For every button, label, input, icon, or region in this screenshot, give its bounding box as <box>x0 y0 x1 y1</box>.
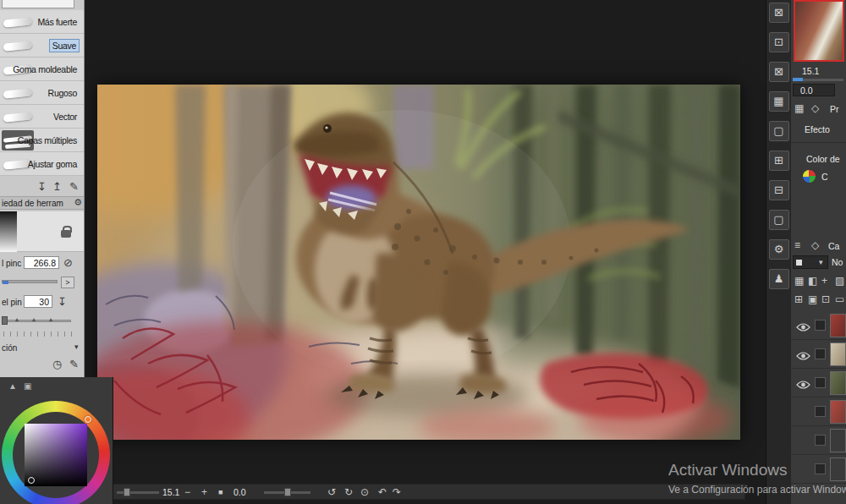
new-layer-icon[interactable]: ⊞ <box>794 294 803 304</box>
grid-icon[interactable]: ▦ <box>794 103 804 113</box>
undo-icon[interactable]: ↶ <box>378 485 387 499</box>
subtool-item[interactable]: Suave <box>0 34 85 58</box>
zoom-slider-handle[interactable] <box>124 488 130 496</box>
pen-settings-icon[interactable]: ✎ <box>69 359 79 370</box>
half-square-icon[interactable]: ◧ <box>808 276 817 286</box>
layer-checkbox[interactable] <box>815 320 826 331</box>
density-slider[interactable] <box>2 320 71 322</box>
mannequin-icon[interactable]: ♟ <box>769 269 789 289</box>
import-subtool-icon[interactable]: ↧ <box>37 181 47 192</box>
close-box2-icon[interactable]: ⊠ <box>769 62 789 82</box>
save-panel-icon[interactable]: ⊡ <box>769 32 789 52</box>
export-subtool-icon[interactable]: ↥ <box>52 181 62 192</box>
material-gear-icon[interactable]: ⚙ <box>769 239 789 260</box>
rotation-slider-handle[interactable] <box>284 488 291 496</box>
subtool-label: Vector <box>51 111 80 123</box>
mask-icon[interactable]: ▨ <box>835 276 844 286</box>
painting-canvas[interactable] <box>97 85 740 440</box>
layer-row[interactable] <box>791 340 846 369</box>
layer-row[interactable] <box>791 397 846 426</box>
subtool-item[interactable]: Ajustar goma <box>0 152 85 176</box>
layer-thumbnail[interactable] <box>830 429 846 452</box>
brush-size-slider[interactable] <box>2 280 58 283</box>
navigator-rotation-box[interactable]: 0.0 <box>793 84 835 96</box>
brush-size-slider-fill <box>3 281 8 284</box>
folder2-icon[interactable]: ▢ <box>769 210 789 230</box>
layer-checkbox[interactable] <box>815 435 826 446</box>
rotate-ccw-icon[interactable]: ↺ <box>327 485 336 499</box>
redo-icon[interactable]: ↷ <box>393 485 401 499</box>
rotate-cw-icon[interactable]: ↻ <box>344 485 353 499</box>
color-wheel-tab-icon[interactable]: ▲ <box>8 381 17 391</box>
blend-mode-dropdown[interactable]: ▾ <box>793 255 828 269</box>
color-pinwheel-icon[interactable] <box>803 170 816 183</box>
subtool-item[interactable]: Goma moldeable <box>0 58 85 81</box>
edit-subtool-icon[interactable]: ✎ <box>69 181 79 192</box>
export-panel-icon[interactable]: ⊟ <box>769 180 789 200</box>
hue-marker[interactable] <box>85 416 91 423</box>
density-slider-handle[interactable] <box>2 316 8 325</box>
layer-checkbox[interactable] <box>815 463 826 474</box>
app-window: 15.1 − + ■ 0.0 ↺ ↻ ⊙ ↶ ↷ Más fuerte Suav… <box>0 0 846 504</box>
menu-icon[interactable]: ≡ <box>794 240 800 250</box>
color-set-tab-icon[interactable]: ▣ <box>24 381 31 391</box>
layer-thumbnail[interactable] <box>830 457 846 481</box>
lock-icon[interactable] <box>61 230 71 238</box>
chevron-down-icon[interactable]: ▾ <box>74 343 79 351</box>
subtool-item-partial[interactable] <box>2 0 74 8</box>
slider-mark-icon: ▴ <box>49 315 52 323</box>
table-close-icon[interactable]: ⊞ <box>769 151 789 171</box>
subtool-item[interactable]: Capas múltiples <box>0 129 85 152</box>
halftone-grid-icon[interactable]: ▦ <box>769 91 789 112</box>
layer-checkbox[interactable] <box>815 377 826 388</box>
sv-marker[interactable] <box>28 477 35 484</box>
zoom-in-button[interactable]: + <box>201 485 207 499</box>
layer-checkbox[interactable] <box>815 406 826 417</box>
delete-layer-icon[interactable]: ▭ <box>835 294 844 304</box>
color-sv-square[interactable] <box>25 424 87 486</box>
eye-icon[interactable] <box>796 349 810 359</box>
density-tray-icon[interactable]: ↧ <box>58 296 67 307</box>
slider-mark-icon: ▴ <box>32 315 36 323</box>
wrench-icon[interactable]: ⚙ <box>74 198 82 207</box>
layer-thumbnail[interactable] <box>830 342 846 366</box>
eye-icon[interactable] <box>796 378 810 388</box>
layer-row[interactable] <box>791 311 846 340</box>
layer-row[interactable] <box>791 455 846 484</box>
reset-view-icon[interactable]: ⊙ <box>360 485 369 499</box>
rotation-value: 0.0 <box>233 487 246 497</box>
layer-checkbox[interactable] <box>815 348 826 359</box>
opacity-grid-icon[interactable]: ▦ <box>794 276 804 286</box>
no-unit-icon[interactable]: ⊘ <box>63 257 73 268</box>
expand-button[interactable]: > <box>61 277 74 288</box>
brush-size-value[interactable]: 266.8 <box>24 256 59 269</box>
new-folder-icon[interactable]: ▣ <box>808 294 817 304</box>
layer-row[interactable] <box>791 426 846 455</box>
density-label: el pin <box>2 298 22 307</box>
zoom-out-button[interactable]: − <box>184 485 190 499</box>
history-clock-icon[interactable]: ◷ <box>52 359 62 370</box>
right-palette-panel: 15.1 0.0 ▦ ◇ Pr Efecto Color de C ≡ ◇ Ca… <box>791 0 846 504</box>
layer-cube-icon[interactable]: ◇ <box>811 240 819 250</box>
layer-tab-label[interactable]: Ca <box>828 241 839 251</box>
subtool-item[interactable]: Rugoso <box>0 81 85 105</box>
close-box-icon[interactable]: ⊠ <box>769 3 789 23</box>
layer-thumbnail[interactable] <box>830 314 846 337</box>
property-tab-label[interactable]: Pr <box>830 104 839 114</box>
folder-icon[interactable]: ▢ <box>769 121 789 141</box>
cube-icon[interactable]: ◇ <box>811 103 819 113</box>
eye-icon[interactable] <box>796 320 810 331</box>
brush-stroke-preview <box>2 83 34 103</box>
layer-thumbnail[interactable] <box>830 371 846 395</box>
duplicate-layer-icon[interactable]: ⊡ <box>821 294 830 304</box>
layer-row[interactable] <box>791 369 846 397</box>
brush-stroke-preview <box>2 107 34 127</box>
subtool-item[interactable]: Vector <box>0 105 85 129</box>
plus-icon[interactable]: + <box>821 276 827 286</box>
layer-thumbnail[interactable] <box>830 400 846 424</box>
fit-screen-button[interactable]: ■ <box>218 485 222 499</box>
density-value[interactable]: 30 <box>24 295 52 308</box>
subtool-item[interactable]: Más fuerte <box>0 10 85 34</box>
navigator-thumbnail[interactable] <box>794 0 844 62</box>
slider-mark-icon: ▴ <box>15 315 19 323</box>
